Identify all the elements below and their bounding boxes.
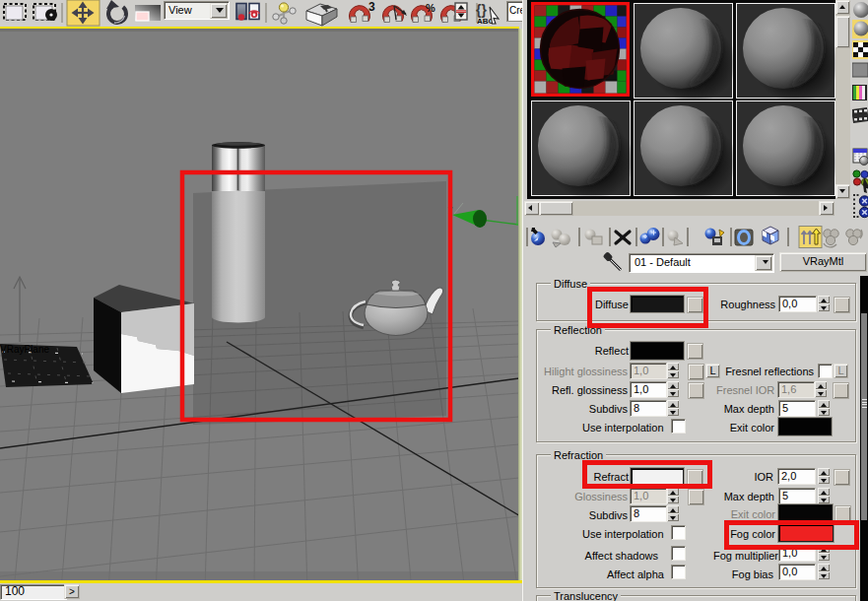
svg-text:%: % (426, 2, 435, 14)
svg-text:3: 3 (368, 0, 375, 14)
svg-text:{}: {} (476, 2, 487, 18)
svg-text:VRayPlane: VRayPlane (0, 344, 49, 355)
